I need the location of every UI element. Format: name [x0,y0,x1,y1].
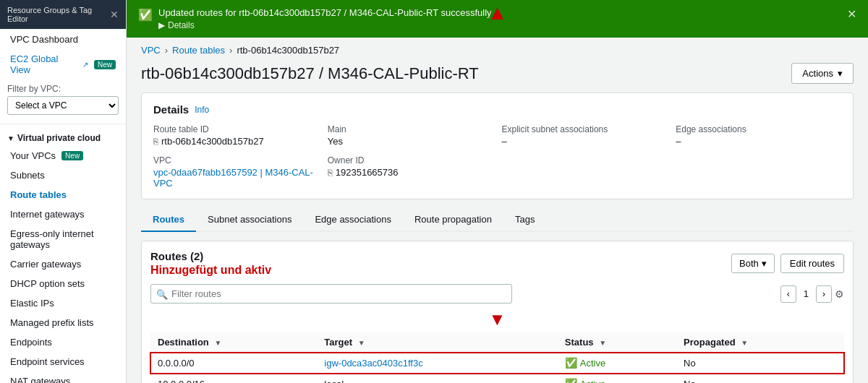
sidebar-item-ec2-global-view[interactable]: EC2 Global View ↗ New [0,49,126,79]
item-label: NAT gateways [10,376,70,383]
sidebar-header-label: Resource Groups & Tag Editor [7,6,110,23]
table-row: 0.0.0.0/0igw-0dca3ac0403c1ff3c✅ActiveNo [150,353,844,374]
col-destination[interactable]: Destination ▼ [150,332,317,353]
sidebar: Resource Groups & Tag Editor ✕ VPC Dashb… [0,0,127,383]
breadcrumb-route-tables-link[interactable]: Route tables [172,45,225,56]
sidebar-close-icon[interactable]: ✕ [110,9,119,20]
routes-title: Routes (2) [150,250,271,262]
copy-icon-owner[interactable]: ⎘ [328,168,333,178]
tab-routes[interactable]: Routes [141,208,196,232]
tab-tags[interactable]: Tags [503,208,546,232]
item-label: Elastic IPs [10,298,54,309]
sidebar-item-endpoint-services[interactable]: Endpoint services [0,352,126,371]
breadcrumb-current: rtb-06b14c300db157b27 [237,45,339,56]
target-link[interactable]: igw-0dca3ac0403c1ff3c [324,358,422,369]
prev-page-button[interactable]: ‹ [780,285,796,303]
sort-icon: ▼ [214,339,221,347]
table-row: 10.0.0.0/16local✅ActiveNo [150,374,844,384]
page-title: rtb-06b14c300db157b27 / M346-CAL-Public-… [141,64,479,83]
sidebar-item-dhcp[interactable]: DHCP option sets [0,274,126,293]
status-active: ✅Active [565,378,669,383]
next-page-button[interactable]: › [816,285,832,303]
sidebar-item-subnets[interactable]: Subnets [0,165,126,185]
sidebar-item-your-vpcs[interactable]: Your VPCs New [0,146,126,165]
explicit-subnet-value: – [502,136,507,147]
sidebar-section-vpc[interactable]: ▼ Virtual private cloud [0,127,126,146]
detail-edge-assoc: Edge associations – [676,124,841,147]
copy-icon-rt[interactable]: ⎘ [153,137,158,147]
cell-target[interactable]: igw-0dca3ac0403c1ff3c [317,353,558,374]
item-label: Endpoints [10,337,52,348]
sidebar-item-vpc-dashboard[interactable]: VPC Dashboard [0,30,126,49]
vpc-value-link[interactable]: vpc-0daa67fabb1657592 | M346-CAL-VPC [153,167,319,189]
filter-input-wrap: 🔍 [150,284,512,304]
sidebar-header: Resource Groups & Tag Editor ✕ [0,0,126,30]
col-propagated[interactable]: Propagated ▼ [676,332,844,353]
item-label: Egress-only internet gateways [10,228,116,250]
actions-label: Actions [802,68,833,79]
both-chevron-icon: ▾ [762,258,767,269]
col-target[interactable]: Target ▼ [317,332,558,353]
routes-header: Routes (2) Hinzugefügt und aktiv Both ▾ … [150,250,844,277]
sidebar-item-carrier-gateways[interactable]: Carrier gateways [0,254,126,274]
sidebar-item-nat-gateways[interactable]: NAT gateways [0,371,126,383]
banner-close-icon[interactable]: ✕ [847,7,856,21]
tabs-bar: RoutesSubnet associationsEdge associatio… [141,208,854,232]
status-active: ✅Active [565,357,669,369]
vpc-select[interactable]: Select a VPC [7,96,119,115]
sidebar-item-route-tables[interactable]: Route tables [0,185,126,205]
breadcrumb-vpc-link[interactable]: VPC [141,45,161,56]
sort-icon: ▼ [358,339,365,347]
routes-annotation: Hinzugefügt und aktiv [150,264,271,277]
success-details-link[interactable]: ▶ Details [158,20,492,30]
content-area: VPC › Route tables › rtb-06b14c300db157b… [127,38,868,383]
detail-vpc: VPC vpc-0daa67fabb1657592 | M346-CAL-VPC [153,155,319,189]
success-message: Updated routes for rtb-06b14c300db157b27… [158,7,492,18]
details-grid: Route table ID ⎘ rtb-06b14c300db157b27 M… [153,124,841,189]
status-check-icon: ✅ [565,357,577,369]
details-info-link[interactable]: Info [195,105,209,115]
routes-red-arrow: ▼ [150,309,844,330]
actions-button[interactable]: Actions ▾ [791,63,854,84]
edge-assoc-value: – [676,136,681,147]
tab-subnet-associations[interactable]: Subnet associations [196,208,303,232]
external-link-icon: ↗ [82,61,88,69]
filter-routes-input[interactable] [150,284,512,304]
col-status[interactable]: Status ▼ [558,332,676,353]
item-label: Carrier gateways [10,259,81,270]
sidebar-divider-1 [0,124,126,124]
breadcrumb-sep-1: › [165,45,168,56]
item-label: Managed prefix lists [10,317,94,328]
actions-chevron-icon: ▾ [838,68,843,79]
item-label: Internet gateways [10,209,85,220]
sidebar-item-internet-gateways[interactable]: Internet gateways [0,205,126,224]
explicit-subnet-label: Explicit subnet associations [502,124,668,134]
filter-row: 🔍 ‹ 1 › ⚙ [150,284,844,304]
cell-propagated: No [676,353,844,374]
edit-routes-button[interactable]: Edit routes [780,254,844,273]
section-label: Virtual private cloud [17,133,101,143]
routes-section: Routes (2) Hinzugefügt und aktiv Both ▾ … [141,241,854,383]
sidebar-item-managed-prefix[interactable]: Managed prefix lists [0,313,126,332]
routes-header-right: Both ▾ Edit routes [731,254,844,273]
main-content: ✅ Updated routes for rtb-06b14c300db157b… [127,0,868,383]
search-icon: 🔍 [156,288,168,299]
details-label: Details [168,20,195,30]
filter-vpc-label: Filter by VPC: [7,84,119,94]
success-banner-content: ✅ Updated routes for rtb-06b14c300db157b… [138,7,492,30]
sort-icon: ▼ [599,339,606,347]
vpc-label: VPC [153,155,319,165]
sidebar-item-egress-gateways[interactable]: Egress-only internet gateways [0,224,126,254]
main-value: Yes [328,136,343,147]
both-button[interactable]: Both ▾ [731,254,775,273]
owner-id-value: 192351665736 [336,167,399,178]
tab-edge-associations[interactable]: Edge associations [303,208,403,232]
tab-route-propagation[interactable]: Route propagation [403,208,503,232]
sidebar-item-endpoints[interactable]: Endpoints [0,332,126,352]
sidebar-item-elastic-ips[interactable]: Elastic IPs [0,293,126,313]
details-title-text: Details [153,103,189,116]
pagination: ‹ 1 › ⚙ [780,285,844,303]
table-settings-icon[interactable]: ⚙ [835,288,844,300]
owner-id-label: Owner ID [328,155,493,165]
breadcrumb-sep-2: › [229,45,232,56]
